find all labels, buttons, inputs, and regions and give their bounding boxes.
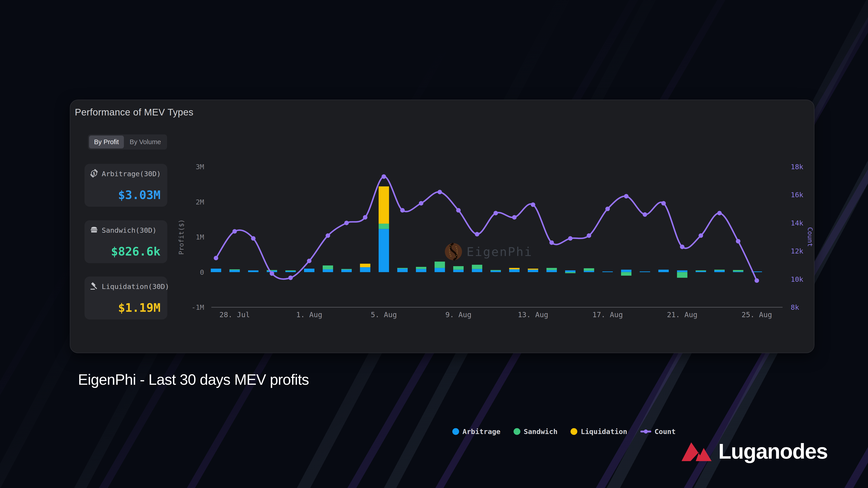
svg-text:8k: 8k — [791, 303, 799, 311]
bar-segment — [229, 270, 240, 272]
count-point — [232, 229, 237, 234]
bar-segment — [472, 269, 483, 272]
bar-segment — [379, 224, 389, 229]
legend-item-count[interactable]: Count — [640, 427, 676, 435]
right-axis-ticks: 18k16k14k12k10k8k — [791, 163, 803, 311]
bar-segment — [472, 265, 483, 269]
svg-text:5. Aug: 5. Aug — [371, 311, 397, 319]
legend-label: Sandwich — [524, 427, 557, 435]
bar-segment — [304, 269, 314, 272]
bar-segment — [323, 269, 333, 272]
bars-arbitrage — [211, 229, 762, 272]
svg-text:21. Aug: 21. Aug — [667, 311, 698, 319]
legend-item-liquidation[interactable]: Liquidation — [570, 427, 627, 435]
count-point — [270, 271, 274, 276]
mev-chart: 3M2M1M0-1M18k16k14k12k10k8kProfit($)Coun… — [0, 0, 868, 488]
bar-segment — [341, 269, 352, 272]
liquidation-legend-marker-icon — [570, 428, 577, 435]
bar-segment — [509, 268, 520, 269]
count-point — [493, 211, 498, 215]
count-point — [419, 201, 423, 205]
count-point — [754, 278, 759, 283]
bar-segment — [379, 186, 389, 224]
svg-text:0: 0 — [200, 268, 204, 276]
bar-segment — [677, 270, 687, 272]
count-legend-marker-icon — [640, 428, 651, 435]
bar-segment — [360, 264, 370, 267]
count-point — [512, 215, 517, 220]
bar-segment — [528, 269, 538, 270]
svg-text:9. Aug: 9. Aug — [445, 311, 471, 319]
legend-label: Liquidation — [581, 427, 627, 435]
bar-segment — [658, 270, 669, 272]
count-point — [438, 190, 442, 194]
x-axis-labels: 28. Jul1. Aug5. Aug9. Aug13. Aug17. Aug2… — [219, 311, 772, 319]
count-point — [605, 207, 610, 211]
legend-label: Count — [655, 427, 676, 435]
chart-legend: ArbitrageSandwichLiquidationCount — [452, 425, 676, 438]
bar-segment — [397, 269, 408, 272]
count-point — [307, 259, 311, 263]
svg-text:18k: 18k — [791, 163, 803, 171]
bar-segment — [621, 270, 631, 272]
svg-text:1. Aug: 1. Aug — [296, 311, 322, 319]
count-point — [251, 236, 256, 240]
svg-text:12k: 12k — [791, 247, 803, 255]
legend-label: Arbitrage — [463, 427, 500, 435]
svg-text:2M: 2M — [196, 198, 204, 206]
bar-segment — [453, 270, 464, 272]
count-point — [531, 202, 535, 207]
bar-segment — [211, 269, 221, 272]
left-axis-ticks: 3M2M1M0-1M — [191, 163, 204, 311]
legend-item-arbitrage[interactable]: Arbitrage — [452, 427, 500, 435]
svg-text:16k: 16k — [791, 191, 803, 199]
bar-segment — [229, 269, 240, 270]
bar-segment — [696, 270, 706, 271]
svg-text:10k: 10k — [791, 275, 803, 283]
svg-text:1M: 1M — [196, 233, 204, 241]
bar-segment — [547, 270, 557, 272]
count-point — [568, 236, 572, 240]
svg-text:17. Aug: 17. Aug — [592, 311, 623, 319]
bar-segment — [565, 272, 576, 273]
bar-segment — [733, 271, 743, 272]
sandwich-legend-marker-icon — [514, 428, 520, 435]
count-point — [475, 232, 479, 236]
svg-text:13. Aug: 13. Aug — [518, 311, 548, 319]
page-background: { "panel": { "title": "Performance of ME… — [0, 0, 868, 488]
svg-text:-1M: -1M — [191, 303, 204, 311]
count-line-markers — [214, 174, 759, 283]
count-point — [326, 233, 330, 238]
count-point — [400, 208, 405, 213]
bar-segment — [677, 272, 687, 278]
bar-segment — [435, 268, 445, 272]
legend-item-sandwich[interactable]: Sandwich — [514, 427, 557, 435]
count-point — [736, 239, 741, 243]
arbitrage-legend-marker-icon — [452, 428, 459, 435]
bar-segment — [416, 267, 426, 269]
count-point — [381, 174, 386, 179]
count-point — [699, 233, 703, 238]
bar-segment — [248, 270, 258, 272]
count-point — [624, 194, 629, 199]
bar-segment — [640, 271, 650, 272]
bar-segment — [360, 267, 370, 272]
count-point — [344, 221, 349, 225]
bar-segment — [491, 270, 501, 271]
bar-segment — [584, 268, 594, 271]
count-point — [363, 215, 368, 220]
bar-segment — [509, 269, 520, 272]
bar-segment — [584, 271, 594, 272]
bar-segment — [435, 262, 445, 268]
count-point — [456, 208, 461, 213]
count-point — [680, 245, 684, 249]
svg-text:14k: 14k — [791, 219, 803, 227]
bar-segment — [714, 270, 725, 270]
count-point — [717, 211, 722, 215]
count-point — [661, 201, 666, 205]
bar-segment — [547, 268, 557, 270]
count-point — [587, 233, 591, 238]
bar-segment — [379, 229, 389, 272]
count-point — [550, 240, 554, 245]
left-axis-title: Profit($) — [178, 219, 185, 255]
